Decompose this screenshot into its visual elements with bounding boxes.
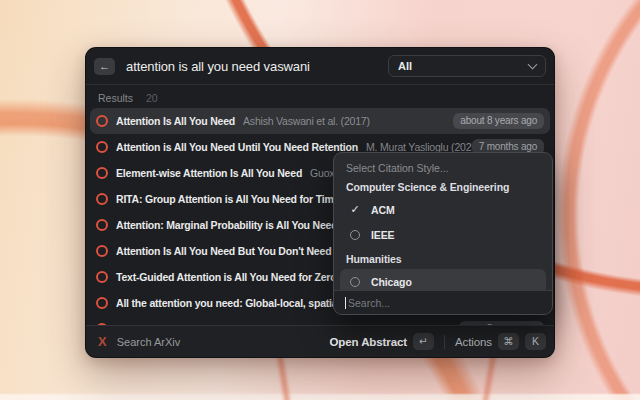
popup-title: Select Citation Style... xyxy=(346,162,540,175)
citation-search-input[interactable]: Search... xyxy=(334,290,552,314)
citation-option-label: Chicago xyxy=(371,276,412,288)
results-count: 20 xyxy=(146,92,158,104)
arxiv-ring-icon xyxy=(96,271,108,283)
age-badge: over 5 years ago xyxy=(459,321,544,325)
paper-title: Attention is All You Need Until You Need… xyxy=(116,141,358,153)
extension-name: Search ArXiv xyxy=(117,336,181,348)
category-filter-dropdown[interactable]: All xyxy=(388,55,546,77)
results-label: Results xyxy=(98,92,133,104)
results-section-header: Results 20 xyxy=(86,85,554,108)
citation-style-popup: Select Citation Style... Computer Scienc… xyxy=(333,152,553,315)
result-row[interactable]: Is Attention All What You Need? -- An Em… xyxy=(90,316,550,325)
arxiv-ring-icon xyxy=(96,115,108,127)
arxiv-ring-icon xyxy=(96,323,108,325)
actions-button[interactable]: Actions xyxy=(455,336,492,348)
text-cursor xyxy=(345,297,346,309)
arxiv-logo-icon: X xyxy=(98,334,107,349)
arxiv-ring-icon xyxy=(96,219,108,231)
arxiv-ring-icon xyxy=(96,167,108,179)
radio-circle-icon xyxy=(350,230,360,240)
arxiv-ring-icon xyxy=(96,141,108,153)
k-key-icon: K xyxy=(525,333,546,350)
back-button[interactable]: ← xyxy=(94,58,115,75)
paper-authors: Ashish Vaswani et al. (2017) xyxy=(243,115,453,127)
section-label-humanities: Humanities xyxy=(346,253,540,266)
open-abstract-button[interactable]: Open Abstract xyxy=(329,336,407,348)
arxiv-ring-icon xyxy=(96,193,108,205)
checkmark-icon: ✓ xyxy=(349,204,361,215)
radio-circle-icon xyxy=(350,277,360,287)
citation-option-label: ACM xyxy=(371,204,395,216)
search-placeholder: Search... xyxy=(348,297,390,309)
paper-title: Is Attention All What You Need? -- An Em… xyxy=(116,323,383,325)
paper-title: Element-wise Attention Is All You Need xyxy=(116,167,302,179)
arxiv-ring-icon xyxy=(96,297,108,309)
arxiv-ring-icon xyxy=(96,245,108,257)
chevron-down-icon xyxy=(528,60,538,70)
search-input[interactable] xyxy=(124,58,380,75)
action-bar: X Search ArXiv Open Abstract ↵ Actions ⌘… xyxy=(86,325,554,357)
back-arrow-icon: ← xyxy=(99,61,110,72)
paper-title: Attention: Marginal Probability is All Y… xyxy=(116,219,344,231)
return-key-icon: ↵ xyxy=(413,333,434,350)
filter-selected-value: All xyxy=(398,60,529,72)
citation-option-ieee[interactable]: IEEE xyxy=(340,222,546,247)
paper-title: Attention Is All You Need xyxy=(116,115,235,127)
paper-authors: Thomas Dowdell et al. (2019) xyxy=(391,323,459,325)
command-key-icon: ⌘ xyxy=(498,333,519,350)
citation-option-label: IEEE xyxy=(371,229,395,241)
result-row[interactable]: Attention Is All You Need Ashish Vaswani… xyxy=(90,108,550,134)
footer-separator xyxy=(444,335,445,349)
age-badge: about 8 years ago xyxy=(453,113,544,129)
section-label-cs-engineering: Computer Science & Engineering xyxy=(346,181,540,194)
search-header: ← All xyxy=(86,48,554,84)
citation-option-acm[interactable]: ✓ ACM xyxy=(340,197,546,222)
